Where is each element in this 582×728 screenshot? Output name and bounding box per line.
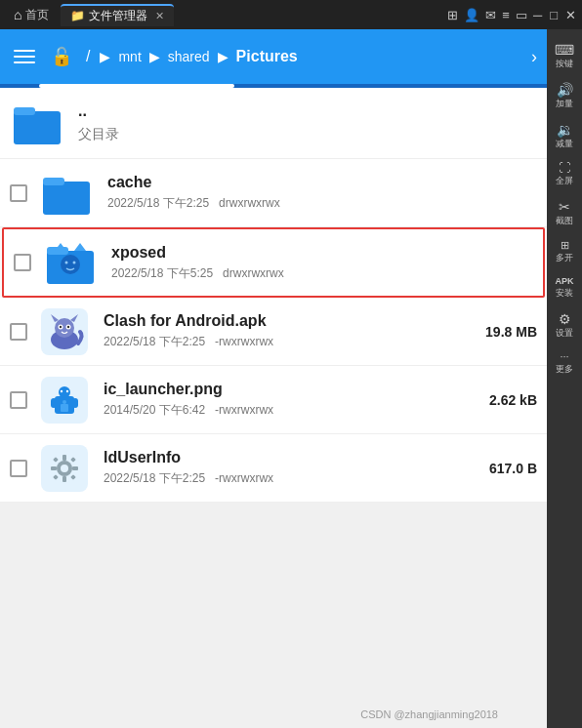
home-tab-label: 首页 xyxy=(25,7,49,23)
fullscreen-icon: ⛶ xyxy=(559,162,570,174)
item-checkbox[interactable] xyxy=(14,254,31,271)
screenshot-icon: ✂ xyxy=(559,200,570,214)
file-meta: 2022/5/18 下午5:25 drwxrwxrwx xyxy=(111,265,533,282)
svg-rect-34 xyxy=(51,466,57,470)
list-item[interactable]: ic_launcher.png 2014/5/20 下午6:42 -rwxrwx… xyxy=(0,366,547,434)
settings-button[interactable]: ⚙ 设置 xyxy=(549,306,580,344)
list-item[interactable]: .. 父目录 xyxy=(0,88,547,159)
path-underline xyxy=(0,84,547,88)
svg-point-26 xyxy=(66,389,68,391)
apk-icon xyxy=(39,306,90,357)
folder-icon xyxy=(10,98,64,148)
svg-rect-22 xyxy=(51,398,57,408)
volume-down-button[interactable]: 🔉 减量 xyxy=(549,117,580,155)
folder-icon xyxy=(43,237,98,288)
file-meta: 2022/5/18 下午2:25 -rwxrwxrwx xyxy=(104,334,485,350)
file-info: .. 父目录 xyxy=(78,102,537,143)
file-name: xposed xyxy=(111,244,533,262)
file-manager-tab[interactable]: 📁 文件管理器 ✕ xyxy=(61,4,174,26)
install-apk-button[interactable]: APK 安装 xyxy=(549,271,580,304)
right-sidebar: ⌨ 按键 🔊 加量 🔉 减量 ⛶ 全屏 ✂ 截图 ⊞ 多开 APK 安装 ⚙ 设… xyxy=(547,29,582,728)
file-manager-tab-icon: 📁 xyxy=(70,9,85,22)
app-container: 🔓 / ▶ mnt ▶ shared ▶ Pictures › .. 父目录 xyxy=(0,29,547,728)
svg-point-18 xyxy=(60,325,62,327)
list-item[interactable]: Clash for Android.apk 2022/5/18 下午2:25 -… xyxy=(0,298,547,366)
svg-point-8 xyxy=(61,255,80,274)
path-forward-button[interactable]: › xyxy=(531,47,537,67)
svg-rect-2 xyxy=(43,182,90,215)
file-size: 2.62 kB xyxy=(489,392,537,408)
path-sep-1: / xyxy=(86,48,90,65)
minimize-button[interactable]: ─ xyxy=(533,8,542,22)
home-icon: ⌂ xyxy=(14,7,21,22)
volume-up-icon: 🔊 xyxy=(557,83,573,97)
item-checkbox[interactable] xyxy=(10,323,27,341)
fullscreen-label: 全屏 xyxy=(556,176,573,186)
system-bar-right: ⊞ 👤 ✉ ≡ ▭ ─ □ ✕ xyxy=(447,8,576,22)
file-name: cache xyxy=(107,174,537,191)
svg-rect-32 xyxy=(62,455,66,461)
menu-icon: ≡ xyxy=(502,8,510,22)
svg-rect-0 xyxy=(14,111,61,144)
file-info: ldUserInfo 2022/5/18 下午2:25 -rwxrwxrwx xyxy=(104,449,489,487)
hamburger-line-2 xyxy=(14,56,35,58)
multiopen-button[interactable]: ⊞ 多开 xyxy=(549,234,580,269)
file-name: .. xyxy=(78,102,537,120)
apk-install-icon: APK xyxy=(555,277,573,286)
file-meta: 2014/5/20 下午6:42 -rwxrwxrwx xyxy=(104,402,489,419)
volume-up-label: 加量 xyxy=(556,99,573,109)
settings-icon: ⚙ xyxy=(559,312,571,326)
hamburger-line-3 xyxy=(14,61,35,63)
breadcrumb-pictures[interactable]: Pictures xyxy=(236,48,298,65)
gear-icon xyxy=(39,443,90,494)
hamburger-line-1 xyxy=(14,50,35,52)
item-checkbox[interactable] xyxy=(10,460,27,477)
item-checkbox[interactable] xyxy=(10,184,27,202)
close-button[interactable]: ✕ xyxy=(565,8,576,22)
svg-point-19 xyxy=(67,325,69,327)
svg-rect-1 xyxy=(14,107,35,115)
path-arrow-pictures: ▶ xyxy=(218,49,229,64)
mail-icon: ✉ xyxy=(485,8,496,22)
svg-rect-33 xyxy=(62,476,66,482)
svg-rect-27 xyxy=(61,404,68,412)
home-tab[interactable]: ⌂ 首页 xyxy=(6,5,57,25)
file-name: Clash for Android.apk xyxy=(104,312,485,330)
more-icon: ··· xyxy=(560,351,568,362)
parent-dir-label: 父目录 xyxy=(78,126,537,143)
path-underline-indicator xyxy=(39,84,234,88)
screenshot-button[interactable]: ✂ 截图 xyxy=(549,194,580,232)
list-item[interactable]: ldUserInfo 2022/5/18 下午2:25 -rwxrwxrwx 6… xyxy=(0,434,547,503)
path-arrow-shared: ▶ xyxy=(149,49,160,64)
tab-close-button[interactable]: ✕ xyxy=(155,10,164,22)
list-item[interactable]: xposed 2022/5/18 下午5:25 drwxrwxrwx xyxy=(2,227,545,298)
breadcrumb-shared[interactable]: shared xyxy=(168,49,210,64)
path-arrow-mnt: ▶ xyxy=(100,49,110,64)
fullscreen-button[interactable]: ⛶ 全屏 xyxy=(549,156,580,192)
list-item[interactable]: cache 2022/5/18 下午2:25 drwxrwxrwx xyxy=(0,159,547,227)
svg-point-31 xyxy=(61,465,68,472)
toolbar: 🔓 / ▶ mnt ▶ shared ▶ Pictures › xyxy=(0,29,547,84)
user-icon: 👤 xyxy=(464,8,479,22)
svg-point-9 xyxy=(65,262,68,264)
file-size: 19.8 MB xyxy=(485,324,537,340)
settings-label: 设置 xyxy=(556,328,573,339)
svg-point-24 xyxy=(59,386,70,398)
keyboard-button[interactable]: ⌨ 按键 xyxy=(549,37,580,75)
volume-down-icon: 🔉 xyxy=(557,123,573,137)
more-button[interactable]: ··· 更多 xyxy=(549,345,580,381)
file-info: ic_launcher.png 2014/5/20 下午6:42 -rwxrwx… xyxy=(104,381,489,419)
file-name: ic_launcher.png xyxy=(104,381,489,398)
svg-marker-7 xyxy=(74,243,86,251)
item-checkbox[interactable] xyxy=(10,391,27,409)
maximize-button[interactable]: □ xyxy=(550,8,558,22)
file-info: Clash for Android.apk 2022/5/18 下午2:25 -… xyxy=(104,312,485,350)
lock-icon: 🔓 xyxy=(51,46,72,67)
breadcrumb-mnt[interactable]: mnt xyxy=(118,49,141,64)
monitor-icon: ▭ xyxy=(516,8,527,22)
multiopen-icon: ⊞ xyxy=(561,240,569,251)
svg-rect-3 xyxy=(43,178,64,185)
svg-point-28 xyxy=(62,400,66,404)
hamburger-menu-button[interactable] xyxy=(10,46,39,67)
volume-up-button[interactable]: 🔊 加量 xyxy=(549,77,580,115)
